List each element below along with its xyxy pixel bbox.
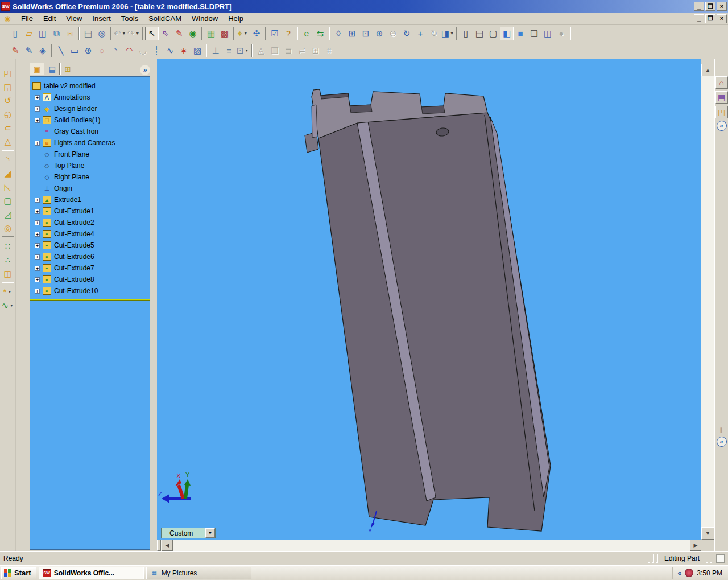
extruded-cut-button[interactable]: ◱ <box>1 80 15 93</box>
design-library-button[interactable]: ▤ <box>715 91 728 104</box>
task-pane-collapse-button[interactable]: « <box>717 121 727 131</box>
tree-item-design-binder[interactable]: +◆Design Binder <box>30 103 150 114</box>
tree-item-annotations[interactable]: +AAnnotations <box>30 92 150 103</box>
shaded-with-edges-button[interactable]: ◧ <box>500 27 514 40</box>
add-relation-button[interactable]: ⊥ <box>209 44 222 57</box>
toolbar-grip[interactable] <box>5 28 6 39</box>
shadows-in-shaded-mode-button[interactable]: ❏ <box>527 27 541 40</box>
tree-item-right-plane[interactable]: ◇Right Plane <box>30 171 150 183</box>
tab-configurationmanager[interactable]: ⊞ <box>60 63 75 75</box>
tree-item-gray-cast-iron[interactable]: ≡Gray Cast Iron <box>30 126 150 137</box>
redo-dropdown-arrow[interactable]: ▾ <box>135 31 140 36</box>
section-properties-button[interactable]: ✣ <box>250 27 263 40</box>
edit-color-button[interactable]: ▦ <box>204 27 218 40</box>
mirror-feature-button[interactable]: ◫ <box>1 266 15 280</box>
tree-item-cut-extrude1[interactable]: +▪Cut-Extrude1 <box>30 205 150 217</box>
rotate-view-button[interactable]: ↻ <box>400 27 413 40</box>
start-button[interactable]: Start <box>1 567 36 579</box>
revolved-cut-button[interactable]: ◵ <box>1 107 15 121</box>
expand-toggle[interactable]: + <box>35 243 40 248</box>
undo-dropdown-arrow[interactable]: ▾ <box>122 31 126 36</box>
standard-views-dropdown-arrow[interactable]: ▾ <box>450 31 454 36</box>
wireframe-button[interactable]: ▯ <box>459 27 473 40</box>
minimize-button[interactable]: _ <box>694 2 704 11</box>
lofted-boss-button[interactable]: △ <box>1 134 15 148</box>
combo-dropdown-button[interactable]: ▼ <box>205 528 215 538</box>
doc-restore-button[interactable]: ❐ <box>705 14 715 23</box>
expand-toggle[interactable]: + <box>35 106 40 112</box>
fillet-button[interactable]: ◝ <box>1 153 15 166</box>
select-button[interactable]: ↖ <box>145 27 159 40</box>
reference-geometry-dropdown-arrow[interactable]: ▾ <box>7 289 12 294</box>
vertical-scrollbar[interactable]: ▲ ▼ <box>701 59 714 551</box>
expand-toggle[interactable]: + <box>35 141 40 146</box>
perimeter-circle-button[interactable]: ◌ <box>95 44 109 57</box>
chamfer-button[interactable]: ◢ <box>1 166 15 180</box>
help-button[interactable]: ? <box>282 27 295 40</box>
save-button[interactable]: ◫ <box>36 27 49 40</box>
measure-button[interactable]: ⌖▾ <box>236 27 250 40</box>
edit-material-button[interactable]: ▩ <box>218 27 231 40</box>
tree-item-cut-extrude6[interactable]: +▪Cut-Extrude6 <box>30 251 150 262</box>
custom-view-combo[interactable]: Custom ▼ <box>161 528 216 538</box>
tree-item-cut-extrude5[interactable]: +▪Cut-Extrude5 <box>30 240 150 251</box>
tree-item-cut-extrude8[interactable]: +▪Cut-Extrude8 <box>30 274 150 285</box>
expand-toggle[interactable]: + <box>35 95 40 100</box>
view-orientation-button[interactable]: ◊ <box>332 27 345 40</box>
close-button[interactable]: × <box>717 2 727 11</box>
tree-item-lights-and-cameras[interactable]: +¤Lights and Cameras <box>30 137 150 149</box>
tree-item-table-v2-modified[interactable]: table v2 modified <box>30 80 150 92</box>
modify-sketch-button[interactable]: ◈ <box>36 44 49 57</box>
select-other-button[interactable]: ⇖ <box>159 27 172 40</box>
menu-view[interactable]: View <box>61 13 87 24</box>
task-pane-collapse-button-2[interactable]: « <box>717 437 727 447</box>
centerline-button[interactable]: ┊ <box>150 44 163 57</box>
rectangle-button[interactable]: ▭ <box>68 44 81 57</box>
tree-item-cut-extrude7[interactable]: +▪Cut-Extrude7 <box>30 262 150 274</box>
area-hatch-button[interactable]: ▨ <box>191 44 204 57</box>
tree-item-origin[interactable]: ⊥Origin <box>30 183 150 194</box>
menu-window[interactable]: Window <box>187 13 223 24</box>
tree-item-top-plane[interactable]: ◇Top Plane <box>30 160 150 171</box>
expand-toggle[interactable]: + <box>35 198 40 203</box>
tree-item-solid-bodies-1[interactable]: +□Solid Bodies(1) <box>30 114 150 126</box>
expand-toggle[interactable]: + <box>35 254 40 260</box>
display-relations-button[interactable]: ≡ <box>222 44 236 57</box>
menu-edit[interactable]: Edit <box>38 13 61 24</box>
expand-toggle[interactable]: + <box>35 118 40 123</box>
menu-file[interactable]: File <box>16 13 38 24</box>
sketch-mode-button[interactable]: ✎ <box>172 27 186 40</box>
draft-button[interactable]: ◿ <box>1 207 15 221</box>
3d-sketch-button[interactable]: ✎ <box>22 44 36 57</box>
hscroll-split-handle[interactable] <box>157 540 161 551</box>
expand-toggle[interactable]: + <box>35 209 40 214</box>
tab-propertymanager[interactable]: ▤ <box>45 63 60 75</box>
section-view-button[interactable]: ◫ <box>541 27 555 40</box>
tangent-arc-button[interactable]: ◠ <box>122 44 136 57</box>
new-document-button[interactable]: ▯ <box>9 27 22 40</box>
task-pane-grip[interactable]: ∥ <box>720 427 723 433</box>
edrawings-animator-button[interactable]: ⇆ <box>313 27 327 40</box>
extruded-boss-button[interactable]: ◰ <box>1 66 15 80</box>
print-button[interactable]: ▤ <box>81 27 95 40</box>
rollback-bar[interactable] <box>30 299 150 301</box>
swept-boss-button[interactable]: ⊂ <box>1 121 15 134</box>
circular-pattern-button[interactable]: ∴ <box>1 253 15 266</box>
curves-button[interactable]: ∿▾ <box>1 298 15 312</box>
linear-pattern-button[interactable]: ∷ <box>1 239 15 253</box>
menu-insert[interactable]: Insert <box>87 13 116 24</box>
standard-views-button[interactable]: ◨▾ <box>441 27 454 40</box>
edrawings-button[interactable]: e <box>300 27 313 40</box>
open-document-button[interactable]: ▱ <box>22 27 36 40</box>
pan-button[interactable]: + <box>413 27 427 40</box>
panel-expand-button[interactable]: » <box>140 65 150 75</box>
zoom-to-area-button[interactable]: ⊡ <box>359 27 373 40</box>
graphics-viewport[interactable]: * X Y Z Custom ▼ ◀ ▶ <box>157 59 701 551</box>
reference-geometry-button[interactable]: *▾ <box>1 285 15 298</box>
tab-featuremanager[interactable]: ▣ <box>30 63 44 75</box>
hidden-lines-visible-button[interactable]: ▤ <box>473 27 486 40</box>
make-drawing-from-part-button[interactable]: ⧉ <box>49 27 63 40</box>
zoom-to-fit-button[interactable]: ⊞ <box>345 27 359 40</box>
centerpoint-arc-button[interactable]: ◝ <box>109 44 122 57</box>
taskbar-task-solidworks-offic[interactable]: SWSolidWorks Offic... <box>39 567 144 579</box>
